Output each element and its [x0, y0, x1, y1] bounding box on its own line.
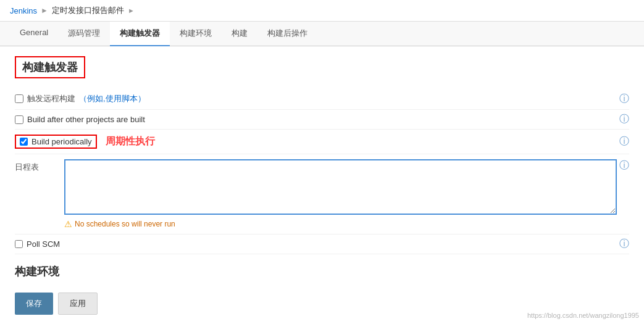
- tabs-bar: General 源码管理 构建触发器 构建环境 构建 构建后操作: [0, 22, 644, 46]
- jenkins-home-link[interactable]: Jenkins: [10, 6, 37, 15]
- warning-icon: ⚠: [64, 219, 72, 229]
- poll-scm-checkbox[interactable]: [15, 240, 23, 248]
- schedule-textarea[interactable]: [64, 159, 617, 215]
- apply-button[interactable]: 应用: [58, 293, 98, 315]
- after-other-help-icon[interactable]: ⓘ: [619, 113, 629, 126]
- after-other-row: Build after other projects are built ⓘ: [15, 110, 629, 130]
- poll-scm-text: Poll SCM: [27, 239, 60, 249]
- remote-trigger-label[interactable]: 触发远程构建 （例如,使用脚本）: [15, 93, 146, 104]
- after-other-label[interactable]: Build after other projects are built: [15, 115, 145, 124]
- remote-trigger-checkbox[interactable]: [15, 94, 23, 103]
- schedule-textarea-wrapper: ⚠ No schedules so will never run: [64, 159, 617, 229]
- build-periodically-wrapper: Build periodically: [15, 135, 97, 149]
- no-schedule-warning: ⚠ No schedules so will never run: [64, 219, 617, 229]
- panel-content: 构建触发器 触发远程构建 （例如,使用脚本） ⓘ Build after oth…: [0, 46, 644, 324]
- tab-post[interactable]: 构建后操作: [257, 22, 317, 46]
- remote-trigger-text: 触发远程构建: [27, 93, 75, 104]
- save-button[interactable]: 保存: [15, 293, 53, 315]
- remote-trigger-row: 触发远程构建 （例如,使用脚本） ⓘ: [15, 88, 629, 110]
- remote-trigger-hint-link[interactable]: （例如,使用脚本）: [79, 93, 146, 104]
- page-title: 定时发接口报告邮件: [52, 5, 124, 16]
- build-periodically-row: Build periodically 周期性执行 ⓘ: [15, 130, 629, 154]
- watermark: https://blog.csdn.net/wangzilong1995: [527, 312, 639, 319]
- build-env-title: 构建环境: [15, 264, 629, 279]
- build-env-section: 构建环境: [15, 264, 629, 279]
- schedule-label: 日程表: [15, 159, 64, 229]
- build-periodically-annotation: 周期性执行: [106, 135, 155, 148]
- tab-source[interactable]: 源码管理: [58, 22, 110, 46]
- build-periodically-checkbox[interactable]: [20, 138, 28, 146]
- no-schedule-text: No schedules so will never run: [75, 220, 175, 228]
- tab-triggers[interactable]: 构建触发器: [110, 22, 170, 46]
- after-other-checkbox[interactable]: [15, 115, 23, 124]
- breadcrumb: Jenkins ► 定时发接口报告邮件 ►: [0, 0, 644, 22]
- schedule-help-icon[interactable]: ⓘ: [619, 159, 629, 172]
- remote-trigger-help-icon[interactable]: ⓘ: [619, 93, 629, 106]
- schedule-row: 日程表 ⚠ No schedules so will never run ⓘ: [15, 154, 629, 235]
- poll-scm-label[interactable]: Poll SCM: [15, 239, 60, 249]
- after-other-text: Build after other projects are built: [27, 115, 145, 124]
- poll-scm-help-icon[interactable]: ⓘ: [619, 238, 629, 251]
- section-title: 构建触发器: [15, 56, 85, 78]
- tab-env[interactable]: 构建环境: [170, 22, 222, 46]
- tab-general[interactable]: General: [10, 22, 58, 46]
- breadcrumb-arrow: ►: [128, 7, 135, 14]
- tab-build[interactable]: 构建: [222, 22, 257, 46]
- breadcrumb-separator-1: ►: [41, 6, 48, 15]
- build-periodically-text: Build periodically: [31, 137, 92, 146]
- main-content: General 源码管理 构建触发器 构建环境 构建 构建后操作 构建触发器 触…: [0, 22, 644, 324]
- build-periodically-help-icon[interactable]: ⓘ: [619, 135, 629, 148]
- poll-scm-row: Poll SCM ⓘ: [15, 235, 629, 254]
